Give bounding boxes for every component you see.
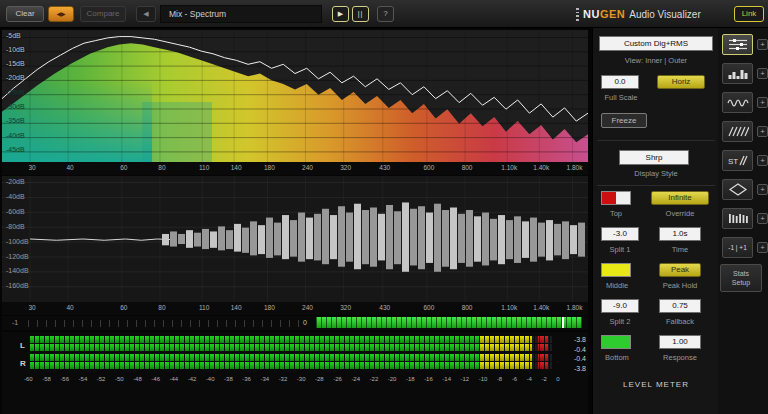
meter-scale-label: -52	[97, 376, 106, 382]
link-button[interactable]: Link	[734, 6, 764, 22]
display-style-select[interactable]: Shrp	[619, 150, 689, 165]
add-view-button[interactable]: +	[757, 126, 768, 137]
response-label: Response	[655, 353, 705, 362]
svg-text:ST: ST	[728, 157, 738, 166]
add-view-button[interactable]: +	[757, 68, 768, 79]
meter-scale-label: -8	[497, 376, 502, 382]
meter-scale-label: -44	[170, 376, 179, 382]
meter-scale-label: -42	[188, 376, 197, 382]
split2-label: Split 2	[597, 317, 643, 326]
clear-button[interactable]: Clear	[6, 6, 44, 22]
pause-button[interactable]: ||	[352, 6, 369, 22]
separator	[597, 140, 715, 141]
meter-scale-label: -20	[388, 376, 397, 382]
meter-scale-label: -50	[115, 376, 124, 382]
channel-label-left: L	[20, 341, 25, 350]
swap-lr-button[interactable]: ◀▶	[48, 6, 74, 22]
middle-color-swatch[interactable]	[601, 263, 631, 277]
db-tick-label: -100dB	[6, 238, 29, 246]
db-tick-label: -20dB	[6, 178, 25, 186]
freq-tick-label: 320	[333, 164, 359, 171]
split1-value-input[interactable]: -3.0	[601, 227, 639, 241]
peak-button[interactable]: Peak	[659, 263, 701, 277]
split2-value-input[interactable]: -9.0	[601, 299, 639, 313]
view-slot-waveform-button[interactable]	[722, 92, 753, 113]
brand-suffix: Audio Visualizer	[629, 9, 701, 20]
stats-setup-button[interactable]: StatsSetup	[720, 264, 762, 292]
meter-bar	[30, 354, 552, 361]
meter-scale-label: -38	[224, 376, 233, 382]
add-view-button[interactable]: +	[757, 242, 768, 253]
bar-graph-icon	[727, 67, 749, 80]
horiz-button[interactable]: Horiz	[657, 75, 705, 89]
freq-tick-label: 110	[191, 164, 217, 171]
view-slot-hatch-lines-button[interactable]	[722, 121, 753, 142]
meter-scale-label: -22	[370, 376, 379, 382]
preset-display[interactable]: Mix - Spectrum	[160, 5, 322, 23]
view-slot-mixer-sliders-button[interactable]	[722, 34, 753, 55]
brand-dots-icon	[576, 8, 579, 21]
meter-scale-label: -26	[333, 376, 342, 382]
add-view-button[interactable]: +	[757, 97, 768, 108]
spectrum-frequency-axis: 304060801101401802403204306008001.10k1.4…	[2, 162, 588, 175]
freeze-button[interactable]: Freeze	[601, 113, 647, 128]
fallback-value-input[interactable]: 0.75	[659, 299, 701, 313]
add-view-button[interactable]: +	[757, 155, 768, 166]
meter-bar	[30, 362, 552, 369]
freq-tick-label: 40	[57, 304, 83, 311]
meter-right	[30, 354, 552, 370]
meter-scale-label: -16	[424, 376, 433, 382]
compare-button[interactable]: Compare	[80, 6, 126, 22]
add-view-button[interactable]: +	[757, 213, 768, 224]
time-value-input[interactable]: 1.0s	[659, 227, 701, 241]
override-label: Override	[651, 209, 709, 218]
response-value-input[interactable]: 1.00	[659, 335, 701, 349]
prev-preset-button[interactable]: ◀	[136, 6, 156, 22]
freq-tick-label: 30	[19, 304, 45, 311]
view-slot-column-bars-button[interactable]	[722, 208, 753, 229]
channel-label-right: R	[20, 359, 26, 368]
analysis-mode-select[interactable]: Custom Dig+RMS	[599, 36, 713, 51]
waveform-icon	[727, 96, 749, 109]
meter-scale-label: -6	[512, 376, 517, 382]
brand-logo: NUGEN Audio Visualizer	[576, 6, 701, 22]
freq-tick-label: 800	[454, 304, 480, 311]
add-view-button[interactable]: +	[757, 39, 768, 50]
db-tick-label: -40dB	[6, 193, 25, 201]
range-pm-button[interactable]: -1 | +1	[722, 237, 753, 258]
view-slot-diamond-button[interactable]	[722, 179, 753, 200]
freq-tick-label: 180	[256, 164, 282, 171]
view-slot-stereo-st-button[interactable]: ST	[722, 150, 753, 171]
bottom-color-swatch[interactable]	[601, 335, 631, 349]
range-display: -20dB-40dB-60dB-80dB-100dB-120dB-140dB-1…	[2, 176, 588, 302]
display-style-label: Display Style	[593, 169, 719, 178]
freq-tick-label: 430	[372, 304, 398, 311]
freq-tick-label: 110	[191, 304, 217, 311]
split1-label: Split 1	[597, 245, 643, 254]
add-view-button[interactable]: +	[757, 184, 768, 195]
corr-neg-label: -1	[12, 319, 18, 326]
full-scale-value-input[interactable]: 0.0	[601, 75, 639, 89]
freq-tick-label: 60	[111, 164, 137, 171]
meter-scale-label: -34	[260, 376, 269, 382]
freq-tick-label: 140	[223, 304, 249, 311]
infinite-button[interactable]: Infinite	[651, 191, 709, 205]
freq-tick-label: 600	[416, 304, 442, 311]
view-slot-bar-graph-button[interactable]	[722, 63, 753, 84]
meter-scale-label: -54	[79, 376, 88, 382]
db-tick-label: -5dB	[6, 32, 21, 40]
help-button[interactable]: ?	[377, 6, 394, 22]
meter-scale-label: -10	[479, 376, 488, 382]
view-mode-label[interactable]: View: Inner | Outer	[593, 56, 719, 65]
db-tick-label: -35dB	[6, 117, 25, 125]
range-frequency-axis: 304060801101401802403204306008001.10k1.4…	[2, 302, 588, 315]
top-color-swatch[interactable]	[601, 191, 631, 205]
hatch-lines-icon	[727, 125, 749, 138]
freq-tick-label: 40	[57, 164, 83, 171]
meter-scale-label: -4	[527, 376, 532, 382]
play-button[interactable]: ▶	[332, 6, 349, 22]
db-tick-label: -120dB	[6, 253, 29, 261]
separator	[597, 185, 715, 186]
control-panel: Custom Dig+RMS View: Inner | Outer 0.0 H…	[592, 28, 718, 414]
diamond-icon	[727, 183, 749, 196]
